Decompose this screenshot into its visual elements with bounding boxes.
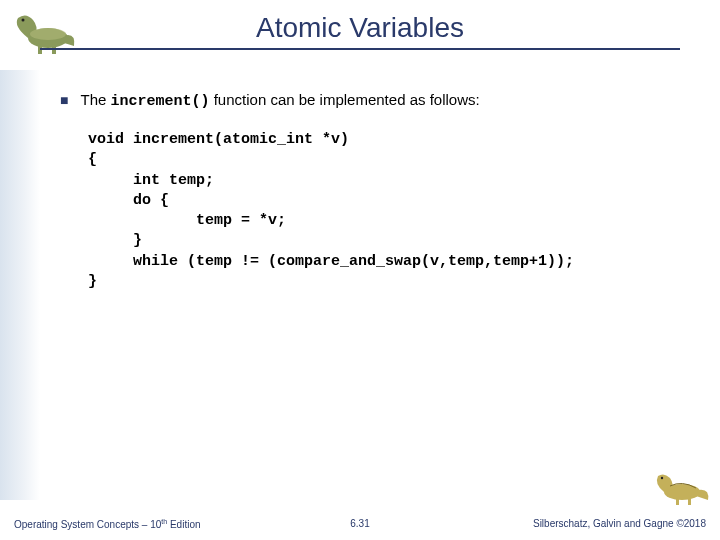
slide: Atomic Variables ■ The increment() funct… [0,0,720,540]
bullet-text-before: The [80,91,110,108]
inline-code: increment() [110,93,209,110]
svg-point-6 [661,477,663,479]
bullet-text-after: function can be implemented as follows: [210,91,480,108]
bullet-text: The increment() function can be implemen… [80,90,479,112]
footer-left: Operating System Concepts – 10th Edition [14,518,201,530]
slide-header: Atomic Variables [0,12,720,50]
footer-page-number: 6.31 [350,518,369,529]
sidebar-gradient [0,70,40,500]
bullet-item: ■ The increment() function can be implem… [60,90,700,112]
header-rule [40,48,680,50]
code-block: void increment(atomic_int *v) { int temp… [88,130,700,292]
svg-rect-7 [676,498,679,505]
footer-left-suffix: Edition [167,519,200,530]
slide-content: ■ The increment() function can be implem… [60,90,700,292]
svg-rect-8 [688,498,691,505]
slide-footer: Operating System Concepts – 10th Edition… [0,518,720,530]
bullet-marker-icon: ■ [60,90,68,110]
footer-left-prefix: Operating System Concepts – 10 [14,519,161,530]
slide-title: Atomic Variables [0,12,720,44]
dinosaur-icon [652,466,712,506]
footer-right: Silberschatz, Galvin and Gagne ©2018 [533,518,706,529]
